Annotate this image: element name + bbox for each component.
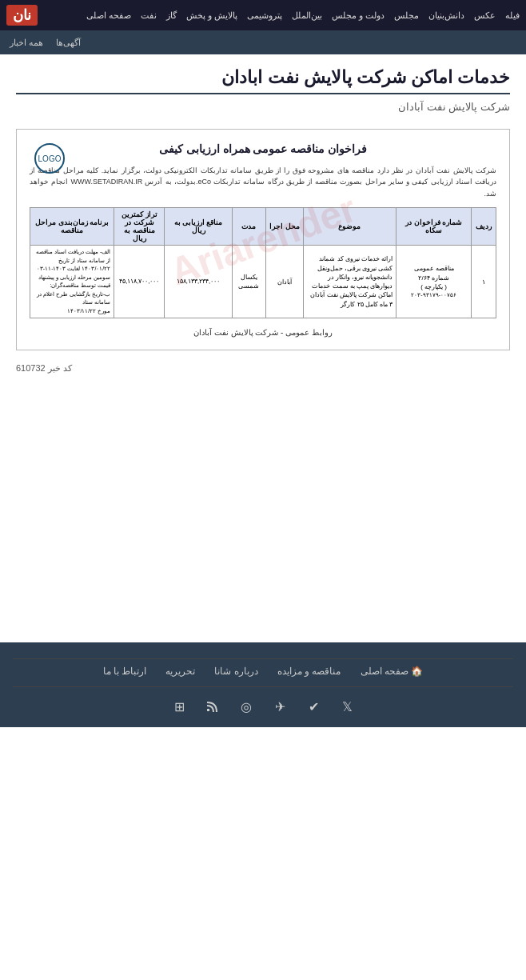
footer-divider (13, 658, 513, 659)
social-icons: 𝕏 ✔ ✈ ◎ ⊞ (13, 695, 513, 718)
cell-subject: ارائه خدمات نیروی کد شماند کشی نیروی برق… (304, 246, 396, 318)
col-header-num: ردیف (472, 208, 496, 246)
rss-icon[interactable] (201, 695, 224, 718)
tender-id: ۲۰۳-۹۳۱۷۹-۰۰۷۵۶ (400, 291, 468, 299)
news-code-label: کد خبر (48, 363, 72, 373)
cell-amount: ۱۵۸,۱۳۳,۲۳۴,۰۰۰ (165, 246, 232, 318)
doc-intro: شرکت پالایش نفت آبادان در نظر دارد مناقص… (30, 165, 496, 199)
cell-tender-info: مناقصه عمومی شماره ۲/۶۴ ( یکپارچه ) ۲۰۳-… (396, 246, 472, 318)
doc-footer: روابط عمومی - شرکت پالایش نفت آبادان (30, 328, 496, 337)
nav-gas[interactable]: گاز (166, 10, 177, 21)
company-name: شرکت پالایش نفت آبادان (16, 101, 510, 113)
top-navigation: فیله عکس دانش‌بنیان مجلس دولت و مجلس بین… (0, 0, 526, 30)
footer-divider-2 (13, 686, 513, 687)
nav-parliament[interactable]: مجلس (394, 10, 419, 21)
cell-place: آبادان (265, 246, 303, 318)
nav-government[interactable]: دولت و مجلس (332, 10, 385, 21)
empty-area (16, 374, 510, 630)
telegram-icon[interactable]: ✈ (269, 695, 291, 718)
news-code: کد خبر 610732 (16, 363, 510, 374)
site-logo[interactable]: نان (6, 5, 38, 26)
cell-ceiling: ۴۵,۱۱۸,۷۰۰,۰۰۰ (114, 246, 165, 318)
instagram-icon[interactable]: ◎ (235, 695, 257, 718)
col-header-subject: موضوع (304, 208, 396, 246)
footer-link-tender[interactable]: مناقصه و مزایده (277, 666, 341, 677)
svg-text:LOGO: LOGO (38, 154, 62, 163)
svg-rect-2 (207, 709, 209, 711)
twitter-icon[interactable]: 𝕏 (336, 695, 358, 718)
footer-link-about[interactable]: درباره شانا (214, 666, 257, 677)
table-row: ۱ مناقصه عمومی شماره ۲/۶۴ ( یکپارچه ) ۲۰… (30, 246, 496, 318)
nav-photo[interactable]: عکس (474, 10, 496, 21)
footer-link-contact[interactable]: ارتباط با ما (103, 666, 147, 677)
col-header-period: مدت (232, 208, 265, 246)
page-title: خدمات اماکن شرکت پالایش نفت ابادان (16, 67, 510, 94)
nav-home[interactable]: صفحه اصلی (86, 10, 131, 21)
col-header-conditions: برنامه زمان‌بندی مراحل مناقصه (30, 208, 114, 246)
footer-links: 🏠 صفحه اصلی مناقصه و مزایده درباره شانا … (13, 666, 513, 677)
nav-science[interactable]: دانش‌بنیان (428, 10, 464, 21)
doc-header: LOGO فراخوان مناقصه عمومی همراه ارزیابی … (30, 142, 496, 155)
check-icon[interactable]: ✔ (302, 695, 325, 718)
nav-file[interactable]: فیله (505, 10, 520, 21)
grid-icon[interactable]: ⊞ (168, 695, 190, 718)
nav-ads[interactable]: آگهی‌ها (56, 38, 81, 48)
home-icon: 🏠 (411, 666, 423, 677)
nav-all-news[interactable]: همه اخبار (10, 38, 43, 48)
nav-petro[interactable]: پتروشیمی (247, 10, 282, 21)
nav-international[interactable]: بین‌الملل (292, 10, 322, 21)
cell-conditions: الف- مهلت دریافت اسناد مناقصه از سامانه … (30, 246, 114, 318)
cell-period: یکسالشمسی (232, 246, 265, 318)
document-box: Ariarender LOGO فراخوان مناقصه عمومی همر… (16, 129, 510, 350)
main-content: خدمات اماکن شرکت پالایش نفت ابادان شرکت … (0, 54, 526, 642)
col-header-place: محل اجرا (265, 208, 303, 246)
doc-title: فراخوان مناقصه عمومی همراه ارزیابی کیفی (30, 142, 496, 155)
tender-type-bracket: ( یکپارچه ) (400, 282, 468, 291)
footer-link-home[interactable]: 🏠 صفحه اصلی (361, 666, 424, 677)
nav-refinery[interactable]: پالایش و پخش (186, 10, 237, 21)
nav-menu: فیله عکس دانش‌بنیان مجلس دولت و مجلس بین… (86, 10, 520, 21)
footer: 🏠 صفحه اصلی مناقصه و مزایده درباره شانا … (0, 642, 526, 727)
news-code-value: 610732 (16, 363, 46, 373)
col-header-amount: مناقع ارزیابی به ریال (165, 208, 232, 246)
company-logo: LOGO (30, 142, 70, 174)
nav-oil[interactable]: نفت (141, 10, 157, 21)
tender-number: شماره ۲/۶۴ (400, 274, 468, 282)
second-navigation: آگهی‌ها همه اخبار (0, 30, 526, 54)
tender-type: مناقصه عمومی (400, 264, 468, 273)
footer-link-editorial[interactable]: تحریریه (165, 666, 195, 677)
cell-num: ۱ (472, 246, 496, 318)
col-header-tender-num: شماره فراخوان در سکاه (396, 208, 472, 246)
col-header-ceiling: تراز کمترین شرکت در مناقصه به ریال (114, 208, 165, 246)
tender-table: ردیف شماره فراخوان در سکاه موضوع محل اجر… (30, 207, 496, 318)
